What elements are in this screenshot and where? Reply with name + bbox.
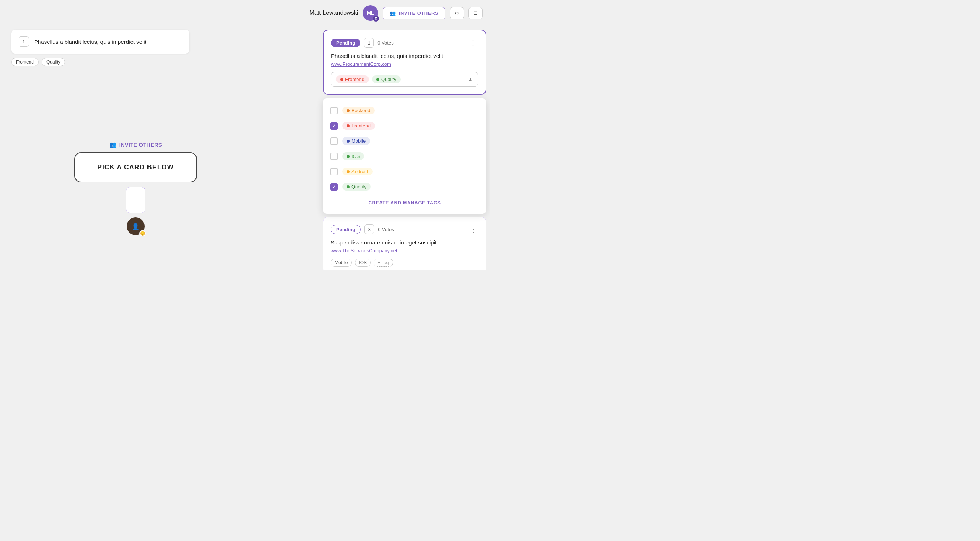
second-card-number: 3 — [364, 224, 374, 234]
detail-card-title: Phasellus a blandit lectus, quis imperdi… — [331, 53, 478, 59]
invite-center-icon: 👥 — [109, 141, 116, 148]
checkbox-backend[interactable] — [330, 107, 338, 115]
tags-dropdown: Backend Frontend Mobile IOS — [323, 99, 486, 214]
dropdown-item-backend[interactable]: Backend — [323, 103, 486, 118]
invite-icon: 👥 — [390, 10, 396, 16]
second-votes-text: 0 Votes — [378, 227, 465, 232]
left-panel: 1 Phasellus a blandit lectus, quis imper… — [11, 30, 189, 66]
tag-mobile-2: Mobile — [331, 259, 352, 267]
second-card-header: Pending 3 0 Votes ⋮ — [331, 224, 479, 234]
tag-frontend-pill: Frontend — [342, 122, 375, 130]
tag-mobile-pill: Mobile — [342, 137, 370, 145]
gear-button[interactable]: ⚙ — [450, 7, 464, 19]
center-panel: 👥 INVITE OTHERS PICK A CARD BELOW 👤 😊 — [74, 141, 197, 235]
dropdown-item-android[interactable]: Android — [323, 164, 486, 179]
tag-android-pill: Android — [342, 167, 372, 175]
selected-tag-quality: Quality — [372, 75, 401, 83]
header-username: Matt Lewandowski — [309, 10, 358, 16]
avatar-badge: ⚙ — [373, 16, 379, 22]
chevron-up-icon: ▲ — [467, 76, 473, 83]
emoji-badge: 😊 — [139, 230, 146, 237]
menu-icon: ☰ — [473, 10, 478, 16]
left-card-tags: Frontend Quality — [11, 58, 189, 66]
dropdown-item-ios[interactable]: IOS — [323, 149, 486, 164]
dropdown-item-frontend[interactable]: Frontend — [323, 118, 486, 134]
second-card-tags: Mobile IOS + Tag — [331, 259, 479, 267]
tag-quality: Quality — [41, 58, 65, 66]
tag-frontend: Frontend — [11, 58, 39, 66]
left-card[interactable]: 1 Phasellus a blandit lectus, quis imper… — [11, 30, 189, 54]
create-manage-tags-button[interactable]: CREATE AND MANAGE TAGS — [323, 196, 486, 209]
detail-card-link[interactable]: www.ProcurementCorp.com — [331, 61, 478, 67]
status-badge: Pending — [331, 39, 360, 47]
user-avatar: 👤 😊 — [127, 217, 145, 235]
invite-center-label: INVITE OTHERS — [119, 142, 162, 148]
checkbox-mobile[interactable] — [330, 137, 338, 145]
header: Matt Lewandowski ML ⚙ 👥 INVITE OTHERS ⚙ … — [302, 0, 490, 26]
second-detail-card: Pending 3 0 Votes ⋮ Suspendisse ornare q… — [323, 216, 486, 270]
tag-ios-2: IOS — [355, 259, 371, 267]
right-panel: Pending 1 0 Votes ⋮ Phasellus a blandit … — [319, 30, 490, 270]
menu-button[interactable]: ☰ — [468, 7, 482, 19]
add-tag-button[interactable]: + Tag — [374, 259, 393, 267]
selected-tag-frontend: Frontend — [336, 75, 369, 83]
checkbox-android[interactable] — [330, 168, 338, 175]
checkbox-frontend[interactable] — [330, 122, 338, 130]
invite-others-button[interactable]: 👥 INVITE OTHERS — [383, 7, 445, 19]
pick-card-label: PICK A CARD BELOW — [97, 164, 174, 171]
gear-icon: ⚙ — [455, 10, 459, 16]
pick-card-box: PICK A CARD BELOW — [74, 152, 197, 183]
second-card-link[interactable]: www.TheServicesCompany.net — [331, 248, 479, 253]
detail-card: Pending 1 0 Votes ⋮ Phasellus a blandit … — [323, 30, 486, 95]
detail-card-header: Pending 1 0 Votes ⋮ — [331, 38, 478, 48]
more-options-button[interactable]: ⋮ — [468, 38, 478, 47]
tag-quality-pill: Quality — [342, 183, 371, 191]
card-title: Phasellus a blandit lectus, quis imperdi… — [34, 39, 146, 45]
checkbox-quality[interactable] — [330, 183, 338, 191]
invite-label: INVITE OTHERS — [399, 10, 438, 16]
second-card-title: Suspendisse ornare quis odio eget suscip… — [331, 239, 479, 246]
tags-dropdown-trigger[interactable]: Frontend Quality ▲ — [331, 72, 478, 87]
second-more-options-button[interactable]: ⋮ — [468, 225, 479, 234]
votes-text: 0 Votes — [377, 40, 464, 46]
tag-backend-pill: Backend — [342, 107, 375, 115]
dropdown-item-mobile[interactable]: Mobile — [323, 134, 486, 149]
card-number: 1 — [19, 37, 29, 47]
checkbox-ios[interactable] — [330, 153, 338, 160]
card-placeholder — [126, 187, 145, 213]
detail-card-number: 1 — [364, 38, 374, 48]
avatar: ML ⚙ — [363, 5, 378, 21]
dropdown-item-quality[interactable]: Quality — [323, 179, 486, 194]
second-status-badge: Pending — [331, 225, 361, 234]
invite-others-center-button[interactable]: 👥 INVITE OTHERS — [109, 141, 162, 148]
tag-ios-pill: IOS — [342, 152, 364, 160]
